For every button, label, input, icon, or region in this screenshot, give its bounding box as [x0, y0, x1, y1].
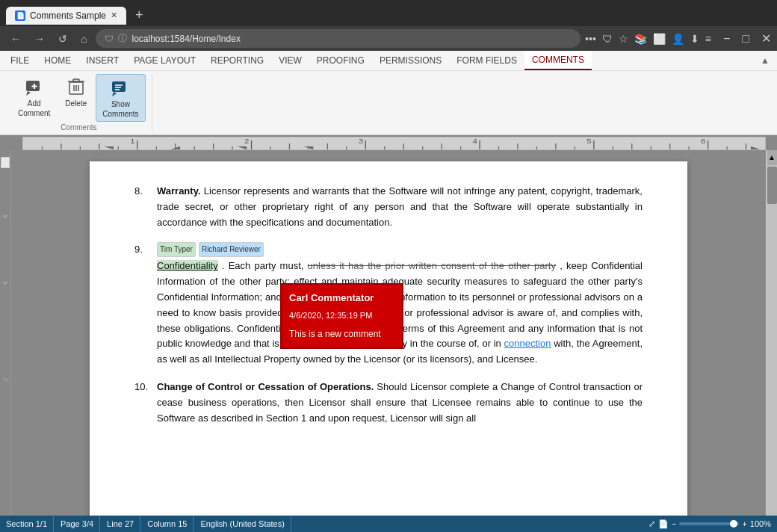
tab-form-fields[interactable]: FORM FIELDS — [449, 52, 524, 69]
zoom-slider[interactable] — [679, 522, 739, 525]
tim-typer-marker[interactable]: Tim Typer — [157, 242, 196, 257]
zoom-percent: 100% — [750, 519, 771, 528]
svg-text:5: 5 — [586, 137, 592, 145]
ruler-container: 1 2 3 4 5 6 — [0, 135, 777, 150]
connection-link[interactable]: connection — [504, 338, 551, 349]
tab-insert[interactable]: INSERT — [78, 52, 126, 69]
svg-text:1: 1 — [130, 137, 135, 145]
change-of-control-title: Change of Control or Cessation of Operat… — [157, 381, 374, 392]
add-comment-label2: Comment — [18, 109, 50, 117]
paragraph-confidentiality: 9. Tim Typer Richard Reviewer Confidenti… — [134, 242, 643, 368]
tab-close-button[interactable]: ✕ — [111, 10, 117, 20]
inline-comment-markers: Tim Typer Richard Reviewer — [157, 242, 643, 257]
ruler-left-spacer — [11, 137, 22, 150]
zoom-plus-button[interactable]: + — [742, 519, 746, 528]
menu-icon[interactable]: ≡ — [705, 33, 711, 45]
zoom-fit-icon[interactable]: ⤢ — [648, 519, 655, 529]
minimize-button[interactable]: − — [723, 32, 730, 46]
zoom-minus-button[interactable]: − — [672, 519, 676, 528]
profile-icon[interactable]: 👤 — [672, 33, 684, 45]
svg-rect-10 — [112, 81, 126, 92]
app: FILE HOME INSERT PAGE LAYOUT REPORTING V… — [0, 51, 777, 532]
books-icon[interactable]: 📚 — [634, 33, 647, 45]
commenter-name: Carl Commentator — [289, 291, 394, 306]
refresh-button[interactable]: ↺ — [54, 31, 72, 47]
status-page[interactable]: Page 3/4 — [55, 516, 100, 532]
status-page-text: Page 3/4 — [61, 519, 93, 528]
tab-manager-icon[interactable]: ⬜ — [653, 33, 666, 45]
delete-comment-button[interactable]: Delete — [59, 74, 93, 122]
status-bar: Section 1/1 Page 3/4 Line 27 Column 15 E… — [0, 516, 777, 532]
tab-home[interactable]: HOME — [37, 52, 78, 69]
tab-file[interactable]: FILE — [3, 52, 37, 69]
ribbon-content: Add Comment — [0, 71, 777, 134]
confidentiality-strikethrough: unless it has the prior written consent … — [308, 260, 556, 271]
status-language-text: English (United States) — [200, 519, 285, 528]
ribbon-tabs: FILE HOME INSERT PAGE LAYOUT REPORTING V… — [0, 51, 777, 71]
browser-icons: ••• 🛡 ☆ 📚 ⬜ 👤 ⬇ ≡ − □ ✕ — [585, 31, 771, 46]
active-tab[interactable]: 📄 Comments Sample ✕ — [6, 7, 126, 25]
home-button[interactable]: ⌂ — [76, 31, 91, 47]
new-tab-button[interactable]: + — [129, 4, 149, 26]
show-comments-label: Show — [111, 100, 130, 108]
paragraph-warranty: 8. Warranty. Licensor represents and war… — [134, 184, 643, 230]
status-section[interactable]: Section 1/1 — [0, 516, 54, 532]
tab-comments[interactable]: COMMENTS — [524, 51, 592, 70]
add-comment-icon — [24, 77, 45, 98]
delete-comment-label: Delete — [65, 99, 87, 108]
url-text: localhost:1584/Home/Index — [131, 34, 572, 44]
add-comment-label: Add — [28, 99, 41, 108]
warranty-text: Licensor represents and warrants that th… — [157, 185, 643, 228]
svg-text:3: 3 — [359, 137, 364, 145]
left-ruler: ¶ ¶ ƒ — [0, 150, 11, 516]
comment-balloon: Carl Commentator 4/6/2020, 12:35:19 PM T… — [280, 283, 403, 349]
svg-text:6: 6 — [701, 137, 706, 145]
bookmark-icon[interactable]: 🛡 — [602, 33, 613, 45]
add-comment-button[interactable]: Add Comment — [12, 74, 56, 122]
tab-permissions[interactable]: PERMISSIONS — [372, 52, 449, 69]
richard-reviewer-marker[interactable]: Richard Reviewer — [199, 242, 264, 257]
zoom-page-icon[interactable]: 📄 — [658, 519, 669, 529]
status-column[interactable]: Column 15 — [141, 516, 194, 532]
document-scroll-area[interactable]: 8. Warranty. Licensor represents and war… — [11, 150, 766, 516]
svg-rect-6 — [73, 79, 79, 81]
maximize-button[interactable]: □ — [742, 32, 749, 46]
zoom-controls: ⤢ 📄 − + 100% — [643, 519, 777, 529]
ribbon: FILE HOME INSERT PAGE LAYOUT REPORTING V… — [0, 51, 777, 135]
ribbon-collapse-button[interactable]: ▲ — [756, 54, 774, 67]
comment-text: This is a new comment — [289, 327, 394, 341]
tab-bar: 📄 Comments Sample ✕ + — [0, 0, 777, 26]
more-options-icon[interactable]: ••• — [585, 33, 596, 45]
forward-button[interactable]: → — [30, 31, 49, 47]
star-icon[interactable]: ☆ — [619, 33, 628, 45]
zoom-thumb[interactable] — [730, 520, 737, 528]
ribbon-group-comments: Add Comment — [6, 74, 152, 132]
para-content-change-of-control: Change of Control or Cessation of Operat… — [157, 380, 643, 426]
paragraph-change-of-control: 10. Change of Control or Cessation of Op… — [134, 380, 643, 426]
tab-reporting[interactable]: REPORTING — [203, 52, 271, 69]
scroll-up-button[interactable]: ▲ — [767, 150, 777, 165]
svg-marker-1 — [26, 91, 31, 96]
tab-proofing[interactable]: PROOFING — [309, 52, 372, 69]
download-icon[interactable]: ⬇ — [690, 33, 699, 45]
back-button[interactable]: ← — [6, 31, 25, 47]
status-section-text: Section 1/1 — [6, 519, 47, 528]
para-num-8: 8. — [134, 184, 157, 230]
warranty-title: Warranty. — [157, 185, 201, 197]
tab-view[interactable]: VIEW — [271, 52, 309, 69]
scroll-thumb[interactable] — [767, 167, 777, 204]
show-comments-button[interactable]: Show Comments — [96, 74, 145, 122]
show-comments-icon — [110, 78, 131, 99]
url-bar[interactable]: 🛡 ⓘ localhost:1584/Home/Index — [96, 29, 581, 48]
tab-page-layout[interactable]: PAGE LAYOUT — [126, 52, 203, 69]
vertical-scrollbar[interactable]: ▲ — [766, 150, 777, 516]
document-area: ¶ ¶ ƒ 8. Warranty. Licensor represents a… — [0, 150, 777, 516]
status-language[interactable]: English (United States) — [194, 516, 291, 532]
status-column-text: Column 15 — [147, 519, 187, 528]
close-window-button[interactable]: ✕ — [761, 31, 771, 46]
comments-group-label: Comments — [61, 123, 96, 132]
status-line-text: Line 27 — [107, 519, 134, 528]
svg-text:4: 4 — [473, 137, 478, 145]
confidentiality-text-1: . Each party must, — [222, 260, 308, 271]
status-line[interactable]: Line 27 — [101, 516, 140, 532]
